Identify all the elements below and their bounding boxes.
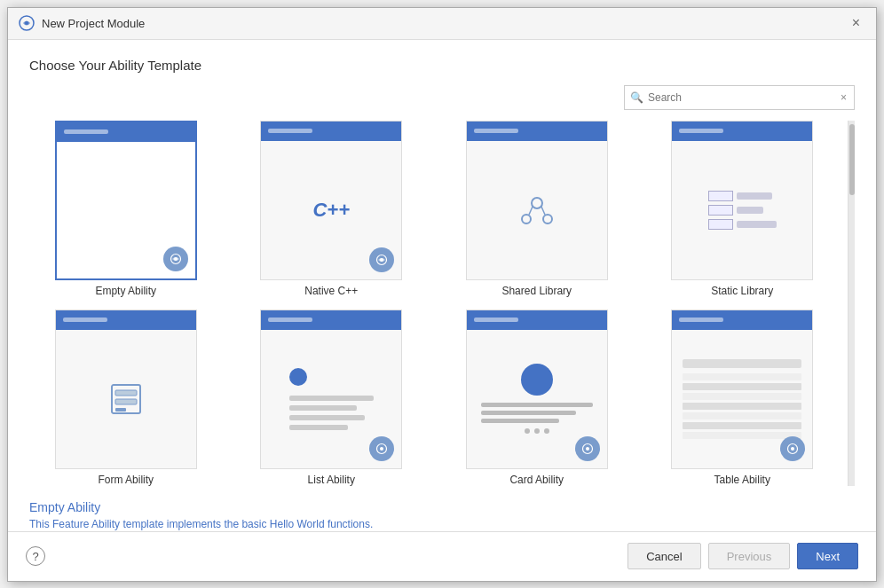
card-ability-icon xyxy=(481,364,593,434)
harmony-logo-icon xyxy=(19,15,35,31)
title-bar: New Project Module × xyxy=(8,8,876,40)
svg-line-9 xyxy=(529,207,533,215)
thumb-footer-icon-card xyxy=(575,436,600,461)
svg-point-7 xyxy=(522,215,531,223)
new-project-module-dialog: New Project Module × Choose Your Ability… xyxy=(7,7,877,582)
template-thumbnail-static-library[interactable] xyxy=(671,121,813,280)
scroll-track[interactable] xyxy=(848,121,855,486)
template-card-form-ability[interactable]: Form Ability xyxy=(29,310,223,486)
svg-point-8 xyxy=(543,215,552,223)
template-thumbnail-form-ability[interactable] xyxy=(55,310,197,469)
thumb-footer-icon-list xyxy=(369,436,394,461)
svg-rect-12 xyxy=(115,390,137,396)
thumb-footer-icon-table xyxy=(780,436,805,461)
previous-button[interactable]: Previous xyxy=(708,543,791,569)
description-section: Empty Ability This Feature Ability templ… xyxy=(29,486,855,531)
thumb-header-shared xyxy=(467,122,607,141)
shared-library-icon xyxy=(519,192,555,228)
thumb-body-static xyxy=(672,141,812,279)
close-button[interactable]: × xyxy=(847,14,865,32)
template-label-card-ability: Card Ability xyxy=(509,474,564,486)
template-thumbnail-list-ability[interactable] xyxy=(260,310,402,469)
search-box: 🔍 × xyxy=(624,85,855,110)
dialog-footer: ? Cancel Previous Next xyxy=(8,531,876,581)
template-thumbnail-card-ability[interactable] xyxy=(466,310,608,469)
next-button[interactable]: Next xyxy=(797,543,858,569)
cpp-icon: C++ xyxy=(312,199,350,222)
svg-rect-13 xyxy=(115,399,137,404)
template-card-card-ability[interactable]: Card Ability xyxy=(440,310,634,486)
template-thumbnail-table-ability[interactable] xyxy=(671,310,813,469)
thumb-body-shared xyxy=(467,141,607,279)
svg-point-18 xyxy=(586,447,589,451)
template-label-static-library: Static Library xyxy=(711,285,773,297)
search-clear-icon[interactable]: × xyxy=(839,91,848,104)
svg-point-20 xyxy=(791,447,794,451)
template-card-list-ability[interactable]: List Ability xyxy=(235,310,429,486)
templates-grid-wrapper: Empty Ability C++ xyxy=(29,121,855,486)
template-thumbnail-empty-ability[interactable] xyxy=(55,121,197,280)
search-input[interactable] xyxy=(648,91,839,104)
description-title: Empty Ability xyxy=(29,500,855,514)
svg-line-10 xyxy=(541,207,545,215)
template-label-empty-ability: Empty Ability xyxy=(95,285,156,297)
template-label-table-ability: Table Ability xyxy=(714,474,770,486)
template-label-native-cpp: Native C++ xyxy=(304,285,358,297)
template-thumbnail-native-cpp[interactable]: C++ xyxy=(260,121,402,280)
title-bar-left: New Project Module xyxy=(19,15,145,31)
template-card-static-library[interactable]: Static Library xyxy=(646,121,840,297)
thumb-header-card xyxy=(467,310,607,330)
dialog-body: Choose Your Ability Template 🔍 × xyxy=(8,40,876,531)
template-card-empty-ability[interactable]: Empty Ability xyxy=(29,121,223,297)
table-ability-icon xyxy=(683,359,801,439)
thumb-header-list xyxy=(261,310,401,330)
template-thumbnail-shared-library[interactable] xyxy=(466,121,608,280)
thumb-header xyxy=(57,122,195,142)
description-text: This Feature Ability template implements… xyxy=(29,518,855,530)
form-ability-icon xyxy=(110,383,142,415)
svg-rect-14 xyxy=(115,408,126,412)
svg-point-16 xyxy=(380,447,383,451)
template-card-native-cpp[interactable]: C++ Native C++ xyxy=(235,121,429,297)
template-card-table-ability[interactable]: Table Ability xyxy=(646,310,840,486)
thumb-header-table xyxy=(672,310,812,330)
template-card-shared-library[interactable]: Shared Library xyxy=(440,121,634,297)
thumb-footer-icon-cpp xyxy=(369,247,394,272)
help-button[interactable]: ? xyxy=(26,546,45,566)
page-heading: Choose Your Ability Template xyxy=(29,58,855,73)
svg-point-6 xyxy=(532,198,542,208)
template-label-shared-library: Shared Library xyxy=(501,285,572,297)
svg-point-1 xyxy=(25,21,28,25)
search-row: 🔍 × xyxy=(29,85,855,110)
static-library-icon xyxy=(708,191,777,230)
thumb-footer-icon-empty xyxy=(163,247,188,271)
templates-grid: Empty Ability C++ xyxy=(29,121,839,486)
scroll-thumb[interactable] xyxy=(849,124,855,195)
thumb-header-static xyxy=(672,122,812,141)
thumb-header-cpp xyxy=(261,122,401,141)
footer-buttons: Cancel Previous Next xyxy=(627,543,858,569)
template-label-list-ability: List Ability xyxy=(308,474,355,486)
thumb-header-form xyxy=(56,310,196,330)
template-label-form-ability: Form Ability xyxy=(98,474,154,486)
thumb-body-form xyxy=(56,330,196,468)
search-icon: 🔍 xyxy=(630,91,643,104)
dialog-title: New Project Module xyxy=(42,17,145,30)
cancel-button[interactable]: Cancel xyxy=(627,543,700,569)
list-ability-icon xyxy=(289,368,374,430)
